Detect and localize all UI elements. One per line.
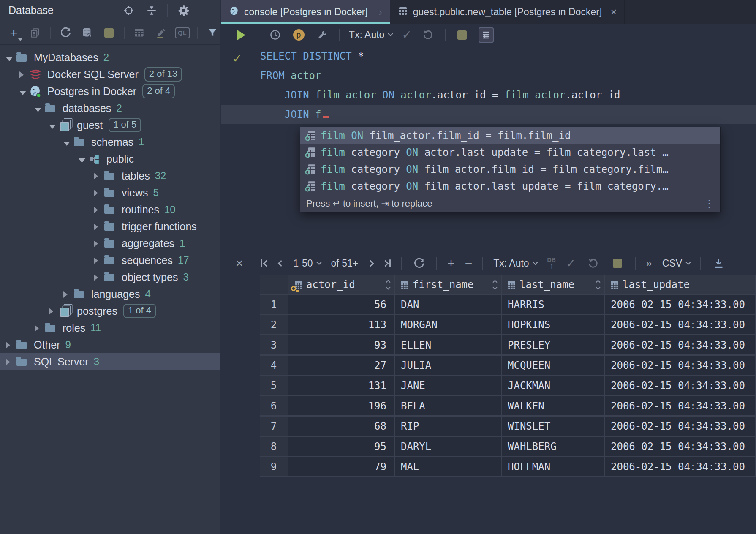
tree-item-postgres-db[interactable]: postgres 1 of 4 [0, 302, 220, 319]
row-number[interactable]: 2 [260, 315, 288, 335]
cell-last-name[interactable]: HARRIS [502, 295, 605, 315]
tree-item-public[interactable]: public [0, 150, 220, 167]
cell-actor-id[interactable]: 56 [288, 295, 395, 315]
export-format-dropdown[interactable]: CSV [662, 258, 690, 269]
tree-item-postgres-in-docker[interactable]: Postgres in Docker 2 of 4 [0, 83, 220, 100]
sql-editor[interactable]: ✓ SELECT DISTINCT * FROM actor JOIN film… [221, 46, 756, 252]
tree-item-other[interactable]: Other 9 [0, 336, 220, 353]
last-page-icon[interactable] [383, 259, 391, 267]
tree-item-schemas[interactable]: schemas 1 [0, 134, 220, 150]
cell-actor-id[interactable]: 79 [288, 457, 395, 477]
row-number[interactable]: 1 [260, 295, 288, 315]
add-row-icon[interactable]: + [447, 257, 455, 270]
previous-page-icon[interactable] [279, 261, 283, 266]
duplicate-icon[interactable] [28, 26, 42, 40]
cell-last-name[interactable]: WINSLET [502, 417, 605, 437]
sort-icon[interactable] [596, 281, 600, 289]
expanded-arrow-icon[interactable] [35, 102, 44, 114]
cell-first-name[interactable]: ELLEN [395, 335, 502, 356]
collapsed-arrow-icon[interactable] [49, 305, 58, 317]
tree-item-roles[interactable]: roles 11 [0, 319, 220, 336]
completion-item[interactable]: film_category ON film_actor.film_id = fi… [300, 161, 720, 178]
cell-first-name[interactable]: JANE [395, 376, 502, 396]
cell-last-name[interactable]: MCQUEEN [502, 356, 605, 376]
refresh-icon[interactable] [59, 26, 73, 40]
cell-last-name[interactable]: JACKMAN [502, 376, 605, 396]
collapse-all-icon[interactable] [144, 3, 159, 18]
collapsed-arrow-icon[interactable] [94, 204, 103, 216]
collapsed-arrow-icon[interactable] [94, 254, 103, 267]
row-number[interactable]: 7 [260, 417, 288, 437]
collapsed-arrow-icon[interactable] [94, 237, 103, 250]
collapsed-arrow-icon[interactable] [19, 68, 29, 81]
cell-last-update[interactable]: 2006-02-15 04:34:33.00 [605, 457, 756, 477]
cell-actor-id[interactable]: 196 [288, 396, 395, 417]
code-line[interactable]: JOIN film_actor ON actor.actor_id = film… [221, 85, 756, 105]
cell-last-update[interactable]: 2006-02-15 04:34:33.00 [605, 315, 756, 335]
column-header-last-update[interactable]: last_update [605, 275, 756, 295]
cell-first-name[interactable]: DARYL [395, 437, 502, 457]
cell-last-update[interactable]: 2006-02-15 04:34:33.00 [605, 335, 756, 356]
filter-icon[interactable] [206, 26, 220, 40]
expanded-arrow-icon[interactable] [19, 85, 29, 98]
cell-last-update[interactable]: 2006-02-15 04:34:33.00 [605, 356, 756, 376]
cell-last-update[interactable]: 2006-02-15 04:34:33.00 [605, 295, 756, 315]
completion-item[interactable]: film_category ON actor.last_update = fil… [300, 144, 720, 161]
delete-row-icon[interactable]: − [465, 257, 473, 270]
tree-item-object-types[interactable]: object types 3 [0, 269, 220, 286]
sort-icon[interactable] [493, 281, 497, 289]
cell-actor-id[interactable]: 27 [288, 356, 395, 376]
collapsed-arrow-icon[interactable] [35, 322, 44, 334]
in-editor-results-toggle[interactable] [479, 27, 494, 43]
tx-mode-dropdown[interactable]: Tx: Auto [349, 29, 392, 41]
cell-actor-id[interactable]: 93 [288, 335, 395, 356]
add-datasource-icon[interactable]: + [7, 26, 21, 40]
history-icon[interactable] [268, 28, 282, 42]
settings-gear-icon[interactable] [177, 3, 191, 18]
tab-new-table[interactable]: guest.public.new_table [Postgres in Dock… [390, 0, 625, 24]
row-number[interactable]: 8 [260, 437, 288, 457]
tree-item-sql-server[interactable]: SQL Server 3 [0, 353, 220, 370]
row-number[interactable]: 3 [260, 335, 288, 356]
cell-last-update[interactable]: 2006-02-15 04:34:33.00 [605, 376, 756, 396]
collapsed-arrow-icon[interactable] [94, 271, 103, 283]
edit-icon[interactable] [154, 26, 168, 40]
row-number[interactable]: 9 [260, 457, 288, 477]
cell-last-name[interactable]: PRESLEY [502, 335, 605, 356]
cell-actor-id[interactable]: 113 [288, 315, 395, 335]
collapsed-arrow-icon[interactable] [63, 288, 73, 300]
cell-first-name[interactable]: MORGAN [395, 315, 502, 335]
tree-item-trigger-functions[interactable]: trigger functions [0, 218, 220, 235]
cell-actor-id[interactable]: 95 [288, 437, 395, 457]
tree-item-sequences[interactable]: sequences 17 [0, 252, 220, 269]
code-line[interactable]: SELECT DISTINCT * [221, 46, 756, 66]
run-icon[interactable] [234, 28, 248, 42]
more-chevrons-icon[interactable]: » [646, 257, 652, 270]
tree-item-views[interactable]: views 5 [0, 184, 220, 201]
completion-item[interactable]: film ON film_actor.film_id = film.film_i… [300, 127, 720, 144]
tx-mode-dropdown[interactable]: Tx: Auto [493, 258, 537, 269]
cell-first-name[interactable]: BELA [395, 396, 502, 417]
jump-to-console-icon[interactable]: QL [175, 26, 189, 40]
expanded-arrow-icon[interactable] [49, 119, 58, 131]
download-icon[interactable] [711, 256, 726, 270]
cell-actor-id[interactable]: 131 [288, 376, 395, 396]
collapsed-arrow-icon[interactable] [94, 221, 103, 233]
hide-panel-icon[interactable]: — [199, 3, 214, 18]
completion-item[interactable]: film_category ON film_actor.last_update … [300, 178, 720, 195]
first-page-icon[interactable] [261, 259, 269, 267]
cell-first-name[interactable]: RIP [395, 417, 502, 437]
expanded-arrow-icon[interactable] [79, 153, 88, 165]
expanded-arrow-icon[interactable] [6, 52, 15, 64]
datasource-properties-icon[interactable] [80, 26, 94, 40]
properties-wrench-icon[interactable] [315, 28, 329, 42]
column-header-actor-id[interactable]: actor_id [288, 275, 395, 295]
code-line[interactable]: FROM actor [221, 66, 756, 85]
expanded-arrow-icon[interactable] [63, 136, 73, 148]
tree-item-languages[interactable]: languages 4 [0, 286, 220, 302]
collapsed-arrow-icon[interactable] [94, 170, 103, 182]
page-range-dropdown[interactable]: 1-50 [294, 258, 321, 269]
cell-actor-id[interactable]: 68 [288, 417, 395, 437]
tree-item-aggregates[interactable]: aggregates 1 [0, 235, 220, 252]
cell-last-update[interactable]: 2006-02-15 04:34:33.00 [605, 437, 756, 457]
